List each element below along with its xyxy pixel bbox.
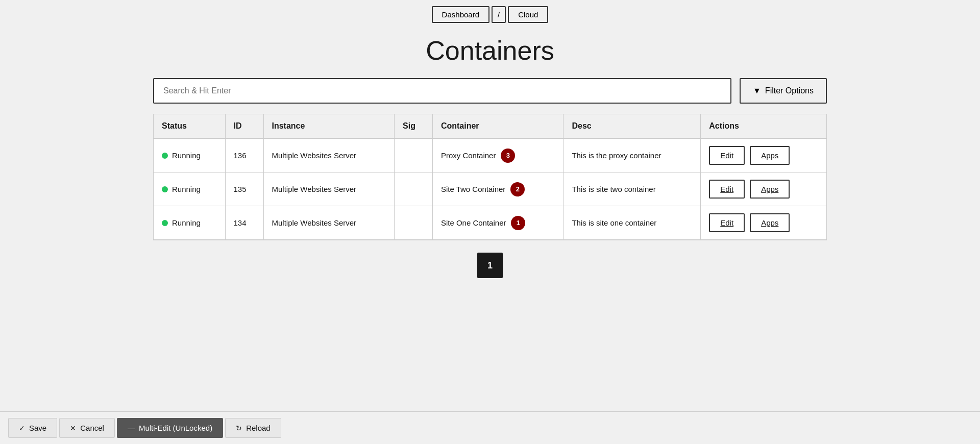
- status-label-2: Running: [172, 218, 201, 227]
- cell-container-2: Site One Container 1: [432, 206, 564, 240]
- reload-label: Reload: [246, 424, 271, 432]
- breadcrumb-separator: /: [492, 6, 506, 23]
- col-desc: Desc: [564, 114, 701, 138]
- col-container: Container: [432, 114, 564, 138]
- bottom-toolbar: ✓ Save ✕ Cancel — Multi-Edit (UnLocked) …: [0, 411, 980, 444]
- breadcrumb-dashboard[interactable]: Dashboard: [432, 6, 489, 23]
- table-row: Running 134 Multiple Websites Server Sit…: [154, 206, 826, 240]
- save-icon: ✓: [19, 424, 25, 432]
- search-filter-row: ▼ Filter Options: [153, 78, 827, 104]
- filter-options-label: Filter Options: [765, 86, 814, 95]
- cell-id-0: 136: [225, 138, 263, 172]
- page-title: Containers: [0, 35, 980, 66]
- col-actions: Actions: [701, 114, 826, 138]
- status-dot-0: [162, 153, 168, 159]
- container-name-2: Site One Container: [441, 218, 506, 227]
- container-name-0: Proxy Container: [441, 151, 496, 160]
- apps-button-0[interactable]: Apps: [750, 146, 790, 165]
- reload-icon: ↻: [236, 424, 242, 432]
- breadcrumb: Dashboard / Cloud: [0, 0, 980, 27]
- cancel-icon: ✕: [70, 424, 76, 432]
- cell-sig-0: [395, 138, 433, 172]
- apps-button-1[interactable]: Apps: [750, 180, 790, 199]
- status-label-1: Running: [172, 185, 201, 193]
- cancel-label: Cancel: [80, 424, 104, 432]
- containers-table-wrapper: Status ID Instance Sig Container Desc Ac…: [153, 114, 827, 240]
- pagination-row: 1: [153, 253, 827, 278]
- container-name-1: Site Two Container: [441, 185, 505, 193]
- cell-sig-1: [395, 172, 433, 206]
- containers-table: Status ID Instance Sig Container Desc Ac…: [154, 114, 826, 240]
- save-label: Save: [29, 424, 46, 432]
- container-badge-0: 3: [501, 149, 515, 163]
- cell-status-1: Running: [154, 172, 225, 206]
- apps-button-2[interactable]: Apps: [750, 213, 790, 232]
- search-input[interactable]: [153, 78, 731, 104]
- cell-desc-2: This is site one container: [564, 206, 701, 240]
- cancel-button[interactable]: ✕ Cancel: [59, 418, 115, 438]
- cell-actions-0: Edit Apps: [701, 138, 826, 172]
- status-dot-2: [162, 220, 168, 226]
- table-row: Running 135 Multiple Websites Server Sit…: [154, 172, 826, 206]
- breadcrumb-cloud[interactable]: Cloud: [508, 6, 548, 23]
- container-badge-1: 2: [510, 182, 525, 196]
- table-row: Running 136 Multiple Websites Server Pro…: [154, 138, 826, 172]
- col-id: ID: [225, 114, 263, 138]
- status-label-0: Running: [172, 151, 201, 160]
- cell-sig-2: [395, 206, 433, 240]
- edit-button-0[interactable]: Edit: [709, 146, 745, 165]
- cell-status-2: Running: [154, 206, 225, 240]
- cell-instance-2: Multiple Websites Server: [263, 206, 395, 240]
- multi-edit-label: Multi-Edit (UnLocked): [139, 424, 212, 432]
- cell-desc-0: This is the proxy container: [564, 138, 701, 172]
- col-instance: Instance: [263, 114, 395, 138]
- reload-button[interactable]: ↻ Reload: [225, 418, 281, 438]
- cell-id-1: 135: [225, 172, 263, 206]
- multi-edit-button[interactable]: — Multi-Edit (UnLocked): [117, 418, 223, 438]
- edit-button-2[interactable]: Edit: [709, 213, 745, 232]
- filter-icon: ▼: [753, 86, 761, 95]
- table-header: Status ID Instance Sig Container Desc Ac…: [154, 114, 826, 138]
- cell-actions-1: Edit Apps: [701, 172, 826, 206]
- col-status: Status: [154, 114, 225, 138]
- cell-container-0: Proxy Container 3: [432, 138, 564, 172]
- table-body: Running 136 Multiple Websites Server Pro…: [154, 138, 826, 240]
- cell-actions-2: Edit Apps: [701, 206, 826, 240]
- cell-container-1: Site Two Container 2: [432, 172, 564, 206]
- container-badge-2: 1: [511, 216, 525, 230]
- page-1-button[interactable]: 1: [477, 253, 503, 278]
- col-sig: Sig: [395, 114, 433, 138]
- status-dot-1: [162, 186, 168, 192]
- edit-button-1[interactable]: Edit: [709, 180, 745, 199]
- cell-id-2: 134: [225, 206, 263, 240]
- cell-instance-0: Multiple Websites Server: [263, 138, 395, 172]
- cell-desc-1: This is site two container: [564, 172, 701, 206]
- cell-status-0: Running: [154, 138, 225, 172]
- save-button[interactable]: ✓ Save: [8, 418, 57, 438]
- main-content: ▼ Filter Options Status ID Instance Sig …: [133, 78, 847, 411]
- filter-options-button[interactable]: ▼ Filter Options: [740, 78, 827, 104]
- multi-edit-icon: —: [128, 424, 135, 432]
- cell-instance-1: Multiple Websites Server: [263, 172, 395, 206]
